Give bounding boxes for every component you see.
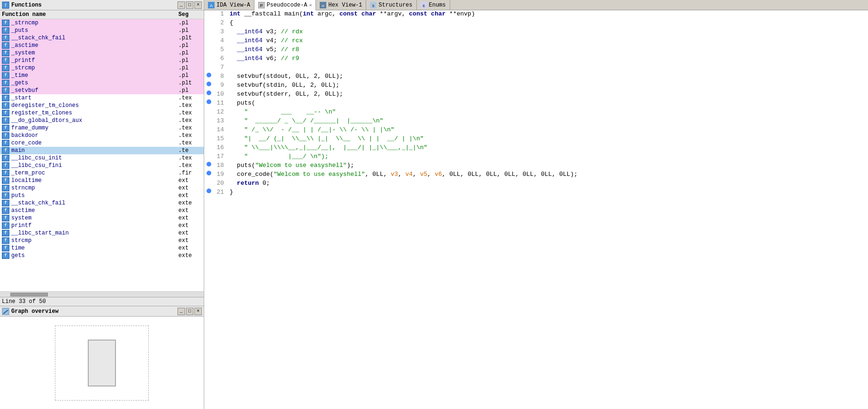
functions-list[interactable]: f _strncmp .pl f _puts .pl f __stack_chk… (0, 19, 204, 291)
code-line: 6 __int64 v6; // r9 (204, 55, 868, 64)
function-seg: .tex (178, 162, 202, 169)
function-item[interactable]: f _asctime .pl (0, 42, 204, 49)
function-seg: ext (178, 215, 202, 221)
function-item[interactable]: f __libc_csu_init .tex (0, 154, 204, 162)
function-item[interactable]: f main .te (0, 147, 204, 154)
function-item[interactable]: f frame_dummy .tex (0, 124, 204, 132)
function-icon: f (2, 42, 9, 49)
function-seg: .plt (178, 35, 202, 41)
tab-ida-view[interactable]: A IDA View-A (204, 0, 254, 10)
function-name: __do_global_dtors_aux (11, 117, 178, 124)
function-item[interactable]: f _time .pl (0, 72, 204, 79)
graph-maximize-button[interactable]: □ (186, 308, 193, 315)
graph-minimize-button[interactable]: _ (177, 308, 185, 315)
tab-pseudocode[interactable]: P Pseudocode-A ✕ (254, 0, 316, 10)
function-icon: f (2, 20, 9, 26)
function-name: _asctime (11, 42, 178, 49)
function-seg: ext (178, 192, 202, 199)
function-name: __libc_start_main (11, 230, 178, 236)
line-number: 12 (214, 108, 228, 115)
function-name: _start (11, 95, 178, 101)
function-item[interactable]: f deregister_tm_clones .tex (0, 102, 204, 109)
svg-text:P: P (260, 3, 263, 8)
line-dot (204, 99, 214, 104)
function-name: register_tm_clones (11, 110, 178, 116)
function-icon: f (2, 27, 9, 34)
code-line: 11 puts( (204, 99, 868, 108)
code-line: 8 setvbuf(stdout, 0LL, 2, 0LL); (204, 73, 868, 82)
tab-structures[interactable]: S Structures (366, 0, 416, 10)
functions-titlebar: f Functions _ □ × (0, 0, 204, 10)
function-icon: f (2, 72, 9, 79)
function-item[interactable]: f __stack_chk_fail .plt (0, 34, 204, 42)
close-button[interactable]: × (194, 1, 202, 9)
function-icon: f (2, 140, 9, 146)
function-item[interactable]: f __stack_chk_fail exte (0, 199, 204, 207)
function-item[interactable]: f _printf .pl (0, 57, 204, 64)
function-item[interactable]: f time ext (0, 244, 204, 252)
code-area[interactable]: 1int __fastcall main(int argc, const cha… (204, 10, 868, 409)
code-line: 10 setvbuf(stderr, 0LL, 2, 0LL); (204, 91, 868, 99)
line-content: " /_ \\/ - /__ | | /__|- \\ /- \\ | |\n" (228, 126, 868, 133)
function-icon: f (2, 117, 9, 124)
line-number: 4 (214, 37, 228, 44)
line-content: __int64 v6; // r9 (228, 55, 868, 62)
function-name: __libc_csu_init (11, 155, 178, 161)
tab-enums[interactable]: E Enums (417, 0, 450, 10)
function-item[interactable]: f _start .tex (0, 94, 204, 102)
function-item[interactable]: f _gets .plt (0, 79, 204, 87)
function-item[interactable]: f __libc_start_main ext (0, 229, 204, 237)
function-item[interactable]: f backdoor .tex (0, 132, 204, 139)
function-icon: f (2, 155, 9, 161)
function-item[interactable]: f core_code .tex (0, 139, 204, 147)
function-item[interactable]: f gets exte (0, 252, 204, 259)
function-item[interactable]: f __do_global_dtors_aux .tex (0, 117, 204, 124)
breakpoint-dot (207, 171, 211, 175)
line-number: 7 (214, 64, 228, 71)
tab-icon-structures: S (370, 2, 376, 8)
tab-hex-view[interactable]: H Hex View-1 (316, 0, 366, 10)
function-seg: exte (178, 200, 202, 206)
maximize-button[interactable]: □ (186, 1, 193, 9)
function-item[interactable]: f _strcmp .pl (0, 64, 204, 72)
function-item[interactable]: f system ext (0, 214, 204, 222)
function-name: asctime (11, 207, 178, 214)
function-item[interactable]: f printf ext (0, 222, 204, 229)
code-line: 14 " /_ \\/ - /__ | | /__|- \\ /- \\ | |… (204, 126, 868, 135)
function-item[interactable]: f _strncmp .pl (0, 19, 204, 27)
scrollbar-area[interactable] (0, 291, 204, 297)
function-item[interactable]: f asctime ext (0, 207, 204, 214)
function-seg: .te (178, 147, 202, 154)
code-line: 9 setvbuf(stdin, 0LL, 2, 0LL); (204, 82, 868, 91)
function-item[interactable]: f _term_proc .fir (0, 169, 204, 177)
tab-close-pseudocode[interactable]: ✕ (309, 2, 312, 8)
scrollbar-thumb[interactable] (10, 293, 48, 296)
line-status: Line 33 of 50 (2, 298, 46, 305)
graph-outer-box (55, 326, 149, 401)
function-item[interactable]: f localtime ext (0, 177, 204, 184)
code-line: 1int __fastcall main(int argc, const cha… (204, 10, 868, 19)
function-item[interactable]: f __libc_csu_fini .tex (0, 162, 204, 169)
function-item[interactable]: f _system .pl (0, 49, 204, 57)
function-icon: f (2, 57, 9, 64)
line-number: 20 (214, 180, 228, 187)
tab-label-structures: Structures (378, 2, 412, 8)
function-item[interactable]: f _setvbuf .pl (0, 87, 204, 94)
function-item[interactable]: f puts ext (0, 192, 204, 199)
function-item[interactable]: f strcmp ext (0, 237, 204, 244)
function-seg: .pl (178, 27, 202, 34)
function-item[interactable]: f _puts .pl (0, 27, 204, 34)
code-line: 21} (204, 189, 868, 197)
code-line: 16 " \\___|\\\\__,_|___/__|, |___/| |_|\… (204, 144, 868, 153)
graph-close-button[interactable]: × (194, 308, 202, 315)
function-item[interactable]: f register_tm_clones .tex (0, 109, 204, 117)
titlebar-buttons: _ □ × (177, 1, 202, 9)
function-seg: .fir (178, 170, 202, 176)
function-name: deregister_tm_clones (11, 102, 178, 109)
line-content: __int64 v4; // rcx (228, 37, 868, 44)
breakpoint-dot (207, 189, 211, 193)
line-content: puts("Welcom to use easyshell"); (228, 162, 868, 169)
minimize-button[interactable]: _ (177, 1, 185, 9)
function-item[interactable]: f strncmp ext (0, 184, 204, 192)
line-number: 16 (214, 144, 228, 151)
